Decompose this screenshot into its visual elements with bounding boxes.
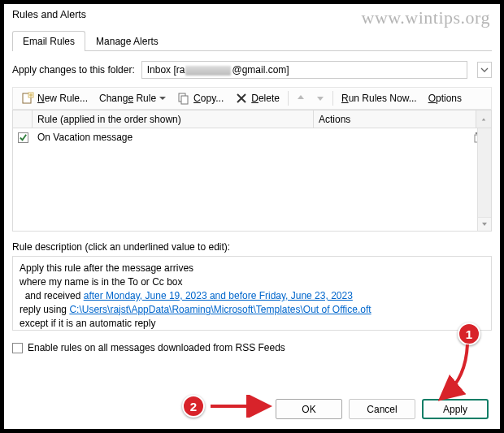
- desc-line-2: where my name is in the To or Cc box: [20, 275, 484, 289]
- redacted-text: [185, 66, 231, 76]
- ok-button[interactable]: OK: [276, 399, 342, 419]
- svg-rect-3: [181, 96, 188, 104]
- folder-select-chevron[interactable]: [477, 62, 492, 78]
- window-titlebar: Rules and Alerts: [4, 4, 500, 27]
- cancel-button[interactable]: Cancel: [349, 399, 415, 419]
- desc-line-4: reply using C:\Users\rajst\AppData\Roami…: [20, 303, 484, 317]
- rules-toolbar: New Rule... Change Rule Copy... Delete: [12, 87, 492, 110]
- arrow-up-icon: [297, 94, 305, 102]
- link-date-range[interactable]: after Monday, June 19, 2023 and before F…: [84, 290, 353, 301]
- scroll-down-button[interactable]: [478, 217, 491, 231]
- dropdown-arrow-icon: [159, 95, 166, 102]
- window-title: Rules and Alerts: [12, 9, 86, 20]
- rule-row[interactable]: On Vacation message: [13, 128, 491, 146]
- desc-line-1: Apply this rule after the message arrive…: [20, 262, 484, 275]
- rules-list: On Vacation message: [12, 128, 492, 232]
- rss-checkbox[interactable]: [12, 343, 23, 353]
- move-up-button[interactable]: [292, 93, 310, 104]
- rss-label: Enable rules on all messages downloaded …: [28, 342, 285, 353]
- folder-select-value: Inbox [ra@gmail.com]: [147, 64, 289, 76]
- tab-email-rules[interactable]: Email Rules: [12, 31, 85, 51]
- checkmark-icon: [19, 133, 28, 142]
- rule-description-box: Apply this rule after the message arrive…: [12, 256, 492, 331]
- delete-rule-button[interactable]: Delete: [230, 90, 285, 106]
- apply-button[interactable]: Apply: [422, 399, 489, 419]
- col-header-actions[interactable]: Actions: [314, 110, 476, 128]
- rule-checkbox[interactable]: [18, 132, 28, 143]
- desc-line-3: and received after Monday, June 19, 2023…: [20, 289, 484, 303]
- scroll-up-icon: [481, 116, 486, 123]
- rule-name: On Vacation message: [33, 132, 328, 143]
- link-template-path[interactable]: C:\Users\rajst\AppData\Roaming\Microsoft…: [69, 304, 371, 315]
- new-rule-icon: [21, 92, 34, 105]
- change-rule-button[interactable]: Change Rule: [94, 91, 171, 106]
- delete-icon: [235, 92, 248, 105]
- rules-list-header: Rule (applied in the order shown) Action…: [12, 110, 492, 128]
- tab-manage-alerts[interactable]: Manage Alerts: [85, 31, 169, 51]
- scrollbar[interactable]: [477, 128, 491, 231]
- tab-strip: Email Rules Manage Alerts: [12, 30, 492, 51]
- scroll-down-icon: [481, 221, 488, 227]
- dialog-button-row: OK Cancel Apply: [4, 399, 500, 419]
- desc-line-5: except if it is an automatic reply: [20, 317, 484, 331]
- arrow-down-icon: [316, 94, 324, 102]
- folder-select[interactable]: Inbox [ra@gmail.com]: [141, 61, 467, 79]
- copy-rule-button[interactable]: Copy...: [172, 90, 228, 106]
- col-header-rule[interactable]: Rule (applied in the order shown): [33, 110, 314, 128]
- run-rules-now-button[interactable]: Run Rules Now...: [337, 91, 422, 106]
- rules-and-alerts-dialog: Rules and Alerts www.wintips.org Email R…: [0, 0, 504, 433]
- options-button[interactable]: Options: [424, 91, 467, 106]
- copy-icon: [177, 92, 190, 105]
- chevron-down-icon: [480, 66, 489, 74]
- apply-changes-label: Apply changes to this folder:: [12, 64, 135, 76]
- move-down-button[interactable]: [311, 93, 329, 104]
- rule-description-label: Rule description (click an underlined va…: [12, 241, 492, 253]
- new-rule-button[interactable]: New Rule...: [16, 90, 93, 106]
